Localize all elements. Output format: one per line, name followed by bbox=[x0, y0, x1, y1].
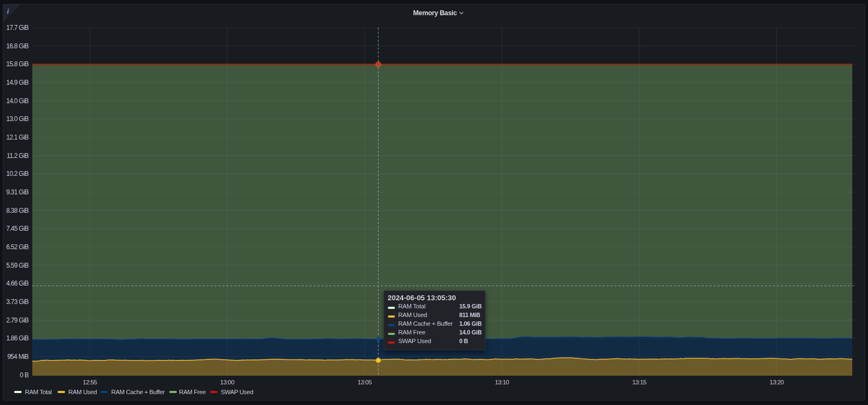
svg-text:16.8 GiB: 16.8 GiB bbox=[6, 42, 29, 50]
svg-text:7.45 GiB: 7.45 GiB bbox=[6, 225, 29, 232]
svg-text:11.2 GiB: 11.2 GiB bbox=[7, 152, 29, 160]
svg-text:13:15: 13:15 bbox=[632, 379, 646, 385]
svg-text:4.66 GiB: 4.66 GiB bbox=[6, 280, 29, 287]
svg-text:1.86 GiB: 1.86 GiB bbox=[6, 334, 29, 342]
svg-text:6.52 GiB: 6.52 GiB bbox=[6, 243, 29, 251]
svg-text:5.59 GiB: 5.59 GiB bbox=[6, 262, 29, 269]
svg-text:13:20: 13:20 bbox=[770, 379, 784, 385]
svg-text:12.1 GiB: 12.1 GiB bbox=[6, 134, 29, 141]
svg-text:13:00: 13:00 bbox=[220, 379, 234, 385]
svg-text:9.31 GiB: 9.31 GiB bbox=[6, 188, 29, 196]
svg-text:13:05: 13:05 bbox=[358, 379, 372, 385]
svg-text:13.0 GiB: 13.0 GiB bbox=[6, 115, 29, 123]
svg-text:3.73 GiB: 3.73 GiB bbox=[6, 298, 29, 306]
svg-text:0 B: 0 B bbox=[20, 371, 29, 379]
svg-text:8.38 GiB: 8.38 GiB bbox=[6, 207, 29, 214]
svg-text:12:55: 12:55 bbox=[83, 379, 97, 385]
svg-text:14.0 GiB: 14.0 GiB bbox=[6, 97, 29, 105]
svg-text:2.79 GiB: 2.79 GiB bbox=[6, 317, 29, 324]
svg-text:954 MiB: 954 MiB bbox=[7, 353, 29, 360]
svg-text:10.2 GiB: 10.2 GiB bbox=[6, 170, 29, 178]
svg-text:17.7 GiB: 17.7 GiB bbox=[6, 24, 29, 31]
svg-text:13:10: 13:10 bbox=[495, 379, 509, 385]
svg-text:14.9 GiB: 14.9 GiB bbox=[6, 79, 29, 86]
svg-text:15.8 GiB: 15.8 GiB bbox=[6, 60, 29, 68]
